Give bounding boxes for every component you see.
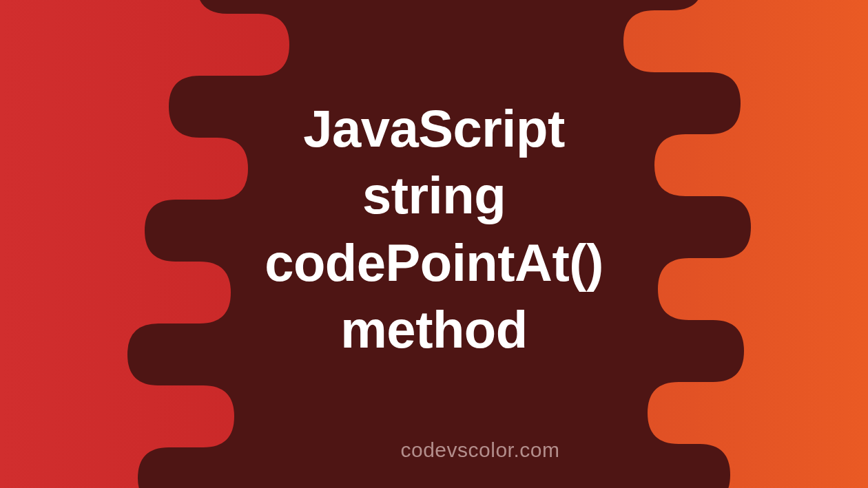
banner-title: JavaScript string codePointAt() method xyxy=(124,96,744,363)
title-line-3: codePointAt() xyxy=(124,229,744,296)
title-line-4: method xyxy=(124,296,744,363)
site-watermark: codevscolor.com xyxy=(401,438,560,462)
title-line-1: JavaScript xyxy=(124,96,744,162)
title-line-2: string xyxy=(124,162,744,229)
